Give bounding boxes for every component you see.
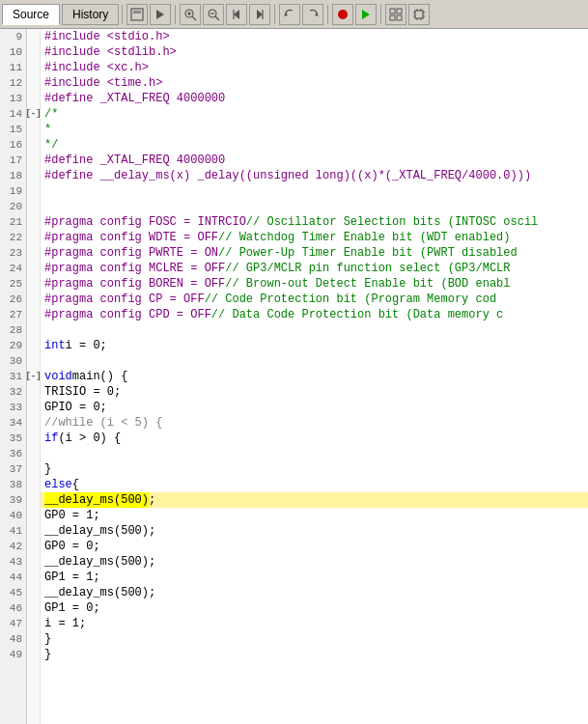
code-line[interactable] <box>41 353 588 369</box>
code-line[interactable]: //while (i < 5) { <box>41 415 588 431</box>
code-line[interactable]: #pragma config MCLRE = OFF // GP3/MCLR p… <box>41 261 588 276</box>
line-number: 13 <box>4 91 22 106</box>
svg-marker-10 <box>234 10 239 19</box>
toolbar-group-run <box>331 4 378 25</box>
toolbar-btn-prev[interactable] <box>226 4 247 25</box>
code-line[interactable]: } <box>41 647 588 662</box>
line-number: 9 <box>4 29 22 44</box>
line-number: 48 <box>4 631 22 647</box>
svg-rect-20 <box>390 15 395 20</box>
code-line[interactable]: void main() { <box>41 369 588 384</box>
fold-cell <box>27 29 40 44</box>
line-number: 40 <box>4 508 22 523</box>
fold-cell <box>27 137 40 153</box>
tab-history[interactable]: History <box>62 4 119 25</box>
toolbar-btn-chip[interactable] <box>408 4 430 25</box>
line-number: 44 <box>4 570 22 585</box>
line-number: 17 <box>4 153 22 168</box>
code-line[interactable]: #include <stdio.h> <box>41 29 588 44</box>
line-number: 28 <box>4 322 22 338</box>
code-line[interactable]: #include <xc.h> <box>41 60 588 75</box>
toolbar-btn-run-green[interactable] <box>355 4 377 25</box>
code-line[interactable]: GPIO = 0; <box>41 400 588 415</box>
code-content[interactable]: #include <stdio.h>#include <stdlib.h>#in… <box>41 29 588 724</box>
tab-source[interactable]: Source <box>2 4 60 25</box>
code-line[interactable]: TRISIO = 0; <box>41 384 588 400</box>
toolbar-btn-undo[interactable] <box>279 4 300 25</box>
code-line[interactable] <box>41 322 588 338</box>
line-number: 20 <box>4 199 22 214</box>
code-line[interactable]: int i = 0; <box>41 338 588 353</box>
fold-cell <box>27 168 40 183</box>
code-line[interactable]: __delay_ms(500); <box>41 492 588 508</box>
fold-cell[interactable]: [-] <box>27 369 40 384</box>
code-line[interactable]: #pragma config CP = OFF // Code Protecti… <box>41 292 588 307</box>
svg-line-8 <box>215 16 219 20</box>
line-number: 49 <box>4 647 22 662</box>
fold-cell <box>27 492 40 508</box>
toolbar-btn-zoom-out[interactable] <box>203 4 224 25</box>
line-number: 30 <box>4 353 22 369</box>
code-line[interactable] <box>41 446 588 461</box>
toolbar-btn-1[interactable] <box>126 4 148 25</box>
toolbar-btn-2[interactable] <box>150 4 171 25</box>
code-line[interactable]: GP0 = 0; <box>41 539 588 554</box>
toolbar-btn-stop-red[interactable] <box>332 4 353 25</box>
line-number: 29 <box>4 338 22 353</box>
code-line[interactable]: #pragma config FOSC = INTRCIO // Oscilla… <box>41 214 588 230</box>
main-window: Source History <box>0 0 588 724</box>
code-line[interactable]: */ <box>41 137 588 153</box>
code-line[interactable]: #pragma config PWRTE = ON // Power-Up Ti… <box>41 245 588 261</box>
code-line[interactable]: /* <box>41 106 588 122</box>
toolbar: Source History <box>0 0 588 29</box>
fold-cell <box>27 199 40 214</box>
code-line[interactable]: else { <box>41 477 588 492</box>
svg-marker-14 <box>284 13 288 16</box>
svg-rect-22 <box>415 11 423 18</box>
code-line[interactable]: #include <time.h> <box>41 75 588 91</box>
code-line[interactable]: __delay_ms(500); <box>41 523 588 539</box>
line-number: 27 <box>4 307 22 322</box>
toolbar-separator-2 <box>175 5 176 24</box>
line-number: 46 <box>4 600 22 616</box>
code-line[interactable]: GP1 = 1; <box>41 570 588 585</box>
line-number: 23 <box>4 245 22 261</box>
fold-cell <box>27 461 40 477</box>
svg-rect-21 <box>397 15 402 20</box>
toolbar-separator-3 <box>274 5 275 24</box>
toolbar-btn-grid[interactable] <box>385 4 406 25</box>
fold-cell[interactable]: [-] <box>27 106 40 122</box>
code-line[interactable]: #define _XTAL_FREQ 4000000 <box>41 153 588 168</box>
code-line[interactable]: __delay_ms(500); <box>41 554 588 570</box>
toolbar-separator-1 <box>122 5 123 24</box>
code-line[interactable]: i = 1; <box>41 616 588 631</box>
code-area: 9101112131415161718192021222324252627282… <box>0 29 588 724</box>
line-number: 15 <box>4 122 22 137</box>
code-line[interactable]: } <box>41 631 588 647</box>
fold-cell <box>27 230 40 245</box>
code-line[interactable]: #pragma config WDTE = OFF // Watchdog Ti… <box>41 230 588 245</box>
code-line[interactable]: #define __delay_ms(x) _delay((unsigned l… <box>41 168 588 183</box>
code-line[interactable]: GP0 = 1; <box>41 508 588 523</box>
line-number: 11 <box>4 60 22 75</box>
toolbar-btn-zoom-in[interactable] <box>180 4 201 25</box>
code-line[interactable] <box>41 199 588 214</box>
code-line[interactable]: __delay_ms(500); <box>41 585 588 600</box>
code-line[interactable]: #include <stdlib.h> <box>41 44 588 60</box>
svg-marker-12 <box>257 10 263 19</box>
code-line[interactable]: if (i > 0) { <box>41 431 588 446</box>
line-number: 47 <box>4 616 22 631</box>
toolbar-btn-redo[interactable] <box>302 4 323 25</box>
code-line[interactable]: #pragma config BOREN = OFF // Brown-out … <box>41 276 588 292</box>
code-line[interactable]: GP1 = 0; <box>41 600 588 616</box>
fold-cell <box>27 353 40 369</box>
toolbar-separator-5 <box>380 5 381 24</box>
fold-cell <box>27 245 40 261</box>
code-line[interactable] <box>41 183 588 199</box>
code-line[interactable]: #pragma config CPD = OFF // Data Code Pr… <box>41 307 588 322</box>
code-line[interactable]: #define _XTAL_FREQ 4000000 <box>41 91 588 106</box>
toolbar-btn-next[interactable] <box>249 4 270 25</box>
fold-cell <box>27 647 40 662</box>
code-line[interactable]: * <box>41 122 588 137</box>
code-line[interactable]: } <box>41 461 588 477</box>
